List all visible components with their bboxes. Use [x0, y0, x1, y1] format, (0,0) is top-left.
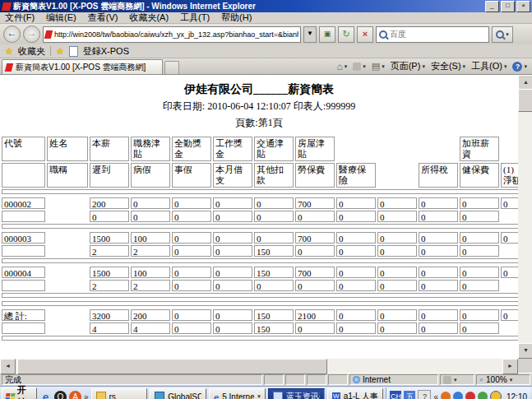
home-icon: ⌂ [337, 61, 343, 72]
tray-app-icon-1[interactable] [441, 392, 451, 399]
search-go-button[interactable]: ▾ [492, 26, 513, 43]
quicklaunch-ie-icon[interactable]: e [39, 391, 52, 399]
back-button[interactable]: ← [3, 26, 21, 43]
task-button-globalscape[interactable]: GlobalSCAPE ... [150, 388, 206, 399]
tray-app-icon-4[interactable] [478, 392, 488, 399]
table-cell: 4 [90, 322, 129, 334]
table-cell: 0 [254, 197, 294, 209]
safety-menu-button[interactable]: 安全(S)▾ [431, 60, 465, 72]
address-bar[interactable]: http://win2008/tw/baobiao/caiwu/xzh_yx_j… [43, 26, 301, 43]
table-cell [2, 163, 45, 188]
start-button[interactable]: 开始 [2, 387, 37, 399]
go-button[interactable]: ▣ [319, 26, 335, 43]
quicklaunch-qq-icon[interactable]: Q [54, 391, 67, 399]
table-cell: 0 [377, 322, 417, 334]
favorite-page-icon [69, 46, 78, 57]
table-cell: 0 [377, 267, 417, 278]
page-menu-button[interactable]: 页面(P)▾ [391, 60, 425, 72]
scroll-left-button[interactable]: ◄ [0, 359, 16, 374]
table-cell: 0 [336, 197, 376, 209]
address-dropdown-button[interactable]: ▼ [303, 26, 317, 43]
horizontal-scroll-thumb[interactable] [17, 359, 327, 374]
taskbar-clock[interactable]: 12:10 [507, 392, 527, 399]
table-cell: 遲到 [90, 163, 129, 188]
table-cell: 0 [90, 211, 129, 222]
menu-favorites[interactable]: 收藏夹(A) [129, 12, 169, 24]
add-favorite-icon[interactable]: ★ [56, 46, 64, 57]
task-button-active-window[interactable]: 蓝玉资讯研发... [268, 388, 325, 399]
table-row: 0000000000 [2, 211, 518, 222]
tray-app-icon-3[interactable] [465, 392, 475, 399]
protected-mode-button[interactable]: ▾ [440, 374, 474, 385]
table-cell: 0 [460, 232, 499, 244]
favorite-link[interactable]: 登録X-POS [83, 45, 129, 58]
table-cell: 0 [377, 197, 417, 209]
report-print-info: 印表日期: 2010-06-04 12:10:07 印表人:999999 [0, 100, 518, 114]
close-button[interactable]: × [516, 1, 530, 12]
windows-logo-icon [5, 393, 15, 399]
new-tab-button[interactable] [164, 61, 179, 74]
tab-active[interactable]: 薪資簡表V1.00 [X-POS 雲端商務網] [2, 59, 163, 74]
feeds-button[interactable]: ▾ [353, 63, 366, 71]
print-button[interactable]: ▤▾ [372, 61, 385, 72]
table-cell: 本月借支 [213, 163, 252, 188]
menu-view[interactable]: 查看(V) [88, 12, 118, 24]
table-cell: 0 [377, 245, 417, 257]
command-bar: ⌂▾ ▾ ▤▾ 页面(P)▾ 安全(S)▾ 工具(O)▾ ?▾ [337, 58, 531, 74]
navigation-bar: ← → http://win2008/tw/baobiao/caiwu/xzh_… [0, 24, 532, 44]
security-zone: Internet [349, 374, 438, 385]
forward-button[interactable]: → [23, 26, 40, 43]
ime-help-icon[interactable]: ? [418, 390, 431, 399]
table-cell: 0 [295, 211, 335, 222]
task-button-word[interactable]: W a1-L 人事薪... [327, 388, 384, 399]
status-pane [328, 374, 348, 385]
refresh-button[interactable]: ↻ [338, 26, 354, 43]
table-cell: 200 [131, 309, 170, 321]
task-button-folder[interactable]: rs [91, 388, 148, 399]
print-icon: ▤ [372, 61, 380, 72]
table-gap [501, 245, 518, 257]
url-text[interactable]: http://win2008/tw/baobiao/caiwu/xzh_yx_j… [54, 30, 298, 39]
scroll-down-button[interactable]: ▼ [518, 343, 532, 359]
table-cell: 1500 [90, 267, 129, 278]
table-gap [47, 322, 88, 334]
help-button[interactable]: ?▾ [512, 62, 527, 72]
favorites-button[interactable]: 收藏夹 [18, 45, 45, 58]
zoom-control[interactable]: ⌕ 100% ▾ [476, 374, 530, 385]
quicklaunch-overflow-chevron[interactable]: » [84, 392, 89, 399]
quicklaunch-messenger-icon[interactable]: A [69, 391, 81, 399]
maximize-button[interactable]: □ [501, 1, 515, 12]
home-button[interactable]: ⌂▾ [337, 61, 348, 72]
ime-indicator[interactable]: 五 [404, 391, 415, 399]
table-cell: 病假 [131, 163, 170, 188]
table-cell: 0 [501, 309, 518, 321]
horizontal-scrollbar[interactable]: ◄ ► [0, 359, 518, 373]
tray-shield-icon[interactable] [490, 391, 502, 399]
table-gap [501, 211, 518, 222]
table-cell: 0 [172, 211, 211, 222]
table-cell: 150 [254, 309, 294, 321]
table-cell: 150 [254, 267, 294, 278]
language-indicator[interactable]: CH [390, 391, 401, 399]
menu-edit[interactable]: 编辑(E) [46, 12, 76, 24]
table-cell: 0 [213, 245, 252, 257]
feeds-icon [353, 63, 361, 71]
task-button-ie-group[interactable]: e 5 Internet ... ▾ [209, 388, 266, 399]
vertical-scroll-thumb[interactable] [518, 89, 532, 112]
tools-menu-button[interactable]: 工具(O)▾ [471, 60, 507, 72]
menu-file[interactable]: 文件(F) [5, 12, 35, 24]
table-cell: 0 [336, 309, 376, 321]
tray-app-icon-2[interactable] [453, 392, 463, 399]
table-cell: 200 [90, 197, 129, 209]
menu-help[interactable]: 帮助(H) [221, 12, 252, 24]
scroll-right-button[interactable]: ► [502, 359, 518, 374]
minimize-button[interactable]: _ [485, 1, 499, 12]
window-titlebar[interactable]: 薪資簡表V1.00 [X-POS 雲端商務網] - Windows Intern… [0, 0, 532, 12]
vertical-scrollbar[interactable]: ▲ ▼ [518, 75, 532, 359]
menu-tools[interactable]: 工具(T) [180, 12, 210, 24]
tray-collapse-chevron[interactable]: « [433, 392, 438, 399]
search-input[interactable]: 百度 [376, 26, 489, 43]
table-cell: 職稱 [47, 163, 88, 188]
status-pane [285, 374, 305, 385]
stop-button[interactable]: × [357, 26, 373, 43]
